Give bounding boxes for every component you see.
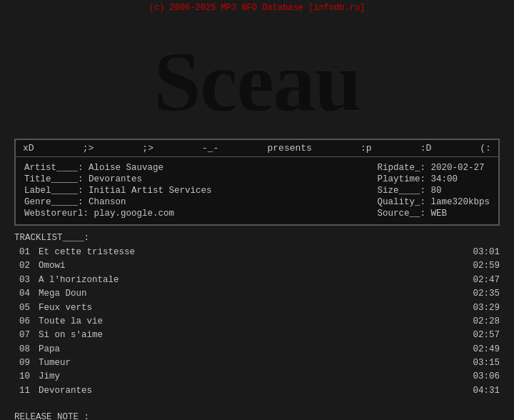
track-number: 02: [14, 259, 30, 273]
track-duration: 02:47: [473, 274, 500, 287]
track-row: 11 Devorantes 04:31: [14, 384, 500, 398]
track-number: 04: [14, 287, 30, 301]
track-number: 06: [14, 315, 30, 329]
main-box: xD ;> ;> -_- presents :p :D (: Artist___…: [14, 139, 500, 226]
track-number: 08: [14, 343, 30, 356]
track-number: 07: [14, 329, 30, 342]
track-left: 11 Devorantes: [14, 384, 92, 398]
track-title: A l'horizontale: [39, 274, 119, 287]
track-duration: 02:49: [473, 343, 500, 356]
header-presents: presents: [267, 143, 311, 154]
info-webstore: Webstoreurl: play.google.com: [24, 209, 212, 219]
track-title: Papa: [39, 343, 60, 356]
track-title: Tumeur: [39, 356, 71, 370]
release-note-section: RELEASE NOTE_:: [0, 405, 514, 420]
track-number: 10: [14, 370, 30, 384]
header-2: ;>: [142, 143, 153, 154]
track-left: 09 Tumeur: [14, 356, 71, 370]
info-genre: Genre_____: Chanson: [24, 197, 212, 207]
track-row: 04 Mega Doun 02:35: [14, 287, 500, 301]
track-title: Omowi: [39, 259, 66, 273]
header-bar: xD ;> ;> -_- presents :p :D (:: [16, 140, 498, 157]
track-row: 02 Omowi 02:59: [14, 259, 500, 273]
track-duration: 02:35: [473, 287, 500, 301]
track-left: 02 Omowi: [14, 259, 66, 273]
track-left: 03 A l'horizontale: [14, 274, 119, 287]
tracklist-header: TRACKLIST____:: [14, 233, 500, 243]
track-number: 09: [14, 356, 30, 370]
info-left: Artist____: Aloise Sauvage Title_____: D…: [24, 163, 212, 219]
track-left: 07 Si on s'aime: [14, 329, 103, 342]
track-number: 03: [14, 274, 30, 287]
header-paren: (:: [480, 143, 491, 154]
track-title: Toute la vie: [39, 315, 103, 329]
track-duration: 03:15: [473, 356, 500, 370]
logo-area: Sceau Sceau: [0, 14, 514, 139]
track-left: 01 Et cette tristesse: [14, 246, 135, 259]
top-credit: (c) 2006-2025 MP3 NFO Database [infodb.r…: [0, 0, 514, 14]
info-label: Label_____: Initial Artist Services: [24, 186, 212, 196]
logo-svg: Sceau Sceau: [121, 21, 393, 129]
track-left: 06 Toute la vie: [14, 315, 103, 329]
track-row: 10 Jimy 03:06: [14, 370, 500, 384]
tracks-container: 01 Et cette tristesse 03:01 02 Omowi 02:…: [14, 246, 500, 398]
track-number: 05: [14, 301, 30, 315]
track-left: 04 Mega Doun: [14, 287, 87, 301]
track-left: 10 Jimy: [14, 370, 60, 384]
header-xd: xD: [23, 143, 34, 154]
track-number: 01: [14, 246, 30, 259]
track-number: 11: [14, 384, 30, 398]
track-duration: 03:06: [473, 370, 500, 384]
track-duration: 03:01: [473, 246, 500, 259]
track-row: 03 A l'horizontale 02:47: [14, 274, 500, 287]
info-ripdate: Ripdate_: 2020-02-27: [377, 163, 490, 173]
header-p: :p: [361, 143, 372, 154]
info-right: Ripdate_: 2020-02-27 Playtime: 34:00 Siz…: [377, 163, 490, 219]
info-title: Title_____: Devorantes: [24, 174, 212, 184]
svg-text:Sceau: Sceau: [153, 34, 361, 129]
track-duration: 03:29: [473, 301, 500, 315]
track-title: Mega Doun: [39, 287, 87, 301]
track-row: 05 Feux verts 03:29: [14, 301, 500, 315]
track-duration: 02:57: [473, 329, 500, 342]
info-quality: Quality_: lame320kbps: [377, 197, 490, 207]
track-title: Devorantes: [39, 384, 92, 398]
info-section: Artist____: Aloise Sauvage Title_____: D…: [16, 157, 498, 224]
info-artist: Artist____: Aloise Sauvage: [24, 163, 212, 173]
track-left: 05 Feux verts: [14, 301, 92, 315]
track-left: 08 Papa: [14, 343, 60, 356]
track-row: 01 Et cette tristesse 03:01: [14, 246, 500, 259]
track-row: 09 Tumeur 03:15: [14, 356, 500, 370]
track-row: 07 Si on s'aime 02:57: [14, 329, 500, 342]
track-row: 08 Papa 02:49: [14, 343, 500, 356]
info-size: Size____: 80: [377, 186, 490, 196]
track-row: 06 Toute la vie 02:28: [14, 315, 500, 329]
track-title: Feux verts: [39, 301, 92, 315]
track-duration: 02:28: [473, 315, 500, 329]
track-duration: 04:31: [473, 384, 500, 398]
track-duration: 02:59: [473, 259, 500, 273]
tracklist-section: TRACKLIST____: 01 Et cette tristesse 03:…: [0, 226, 514, 405]
header-d: :D: [420, 143, 432, 154]
header-3: -_-: [202, 143, 218, 154]
info-source: Source__: WEB: [377, 209, 490, 219]
header-1: ;>: [83, 143, 94, 154]
track-title: Jimy: [39, 370, 60, 384]
info-playtime: Playtime: 34:00: [377, 174, 490, 184]
track-title: Si on s'aime: [39, 329, 103, 342]
track-title: Et cette tristesse: [39, 246, 135, 259]
